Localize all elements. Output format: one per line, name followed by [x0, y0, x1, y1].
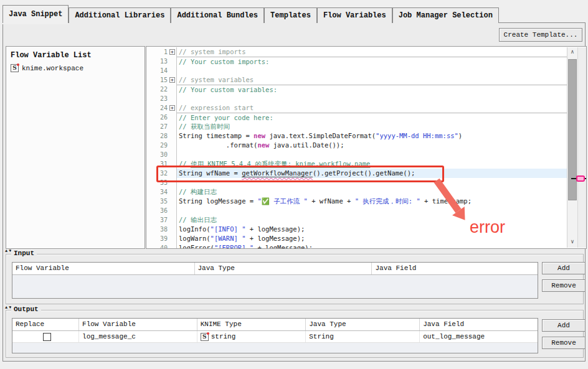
- tab-additional-bundles[interactable]: Additional Bundles: [171, 7, 264, 23]
- output-cell-java-field[interactable]: out_log_message: [420, 331, 538, 342]
- code-line-31[interactable]: 31// 使用 KNIME 5.4.4 的系统变量: knime.workflo…: [146, 159, 567, 169]
- code-line-24[interactable]: 24+// expression start: [146, 103, 567, 113]
- input-col-java-field[interactable]: Java Field: [372, 263, 538, 274]
- output-remove-button[interactable]: Remove: [542, 337, 586, 349]
- code-text[interactable]: // Your custom variables:: [177, 85, 567, 94]
- output-add-button[interactable]: Add: [542, 319, 586, 332]
- flow-variable-list-title: Flow Variable List: [6, 47, 145, 60]
- output-col-java-field[interactable]: Java Field: [420, 319, 538, 330]
- fold-icon[interactable]: +: [169, 49, 175, 55]
- code-text[interactable]: // 获取当前时间: [177, 122, 567, 131]
- code-line-1[interactable]: 1+// system imports: [146, 47, 567, 57]
- splitter-editor-input[interactable]: ▲▼: [4, 249, 585, 253]
- line-number: 24: [160, 103, 168, 113]
- flow-variable-item[interactable]: S knime.workspace: [6, 60, 145, 72]
- code-text[interactable]: // system variables: [177, 75, 567, 85]
- code-text[interactable]: // 使用 KNIME 5.4.4 的系统变量: knime.workflow.…: [177, 159, 567, 169]
- input-remove-button[interactable]: Remove: [542, 279, 586, 292]
- output-table[interactable]: Replace Flow Variable KNIME Type Java Ty…: [12, 318, 538, 353]
- line-number: 26: [160, 113, 168, 122]
- output-col-flow-variable[interactable]: Flow Variable: [79, 319, 197, 330]
- input-add-button[interactable]: Add: [542, 262, 586, 274]
- code-text[interactable]: [177, 66, 567, 75]
- code-text[interactable]: // Enter your code here:: [177, 113, 567, 122]
- code-text[interactable]: [177, 206, 567, 215]
- output-cell-java-type[interactable]: String: [306, 331, 420, 342]
- fold-spacer: [169, 217, 175, 223]
- output-cell-flow-variable[interactable]: log_message_c: [79, 331, 197, 342]
- code-text[interactable]: String logMessage = "✅ 子工作流 " + wfName +…: [177, 197, 567, 206]
- error-overview-ruler[interactable]: [577, 47, 586, 248]
- code-line-40[interactable]: 40logError("[ERROR] " + logMessage);: [146, 243, 567, 248]
- output-col-knime-type[interactable]: KNIME Type: [197, 319, 306, 330]
- code-line-22[interactable]: 22// Your custom variables:: [146, 85, 567, 94]
- code-line-36[interactable]: 36: [146, 206, 567, 215]
- fold-spacer: [169, 124, 175, 129]
- gutter-cell: 39: [146, 234, 177, 243]
- code-text[interactable]: logWarn("[WARN] " + logMessage);: [177, 234, 567, 243]
- tab-job-manager-selection[interactable]: Job Manager Selection: [392, 7, 499, 23]
- input-col-java-type[interactable]: Java Type: [195, 263, 372, 274]
- code-line-30[interactable]: 30: [146, 150, 567, 159]
- replace-checkbox[interactable]: [43, 333, 51, 341]
- gutter-cell: 36: [146, 206, 177, 215]
- code-text[interactable]: String timestamp = new java.text.SimpleD…: [177, 131, 567, 141]
- fold-icon[interactable]: +: [169, 77, 175, 83]
- output-group: Output Replace Flow Variable KNIME Type …: [6, 310, 584, 358]
- fold-icon[interactable]: +: [169, 105, 175, 111]
- fold-spacer: [169, 68, 175, 73]
- error-marker-icon[interactable]: [576, 175, 585, 182]
- gutter-cell: 37: [146, 215, 177, 225]
- scroll-up-icon[interactable]: ∧: [567, 47, 577, 58]
- code-line-29[interactable]: 29 .format(new java.util.Date());: [146, 141, 567, 150]
- gutter-cell: 15+: [146, 75, 177, 85]
- code-line-35[interactable]: 35String logMessage = "✅ 子工作流 " + wfName…: [146, 197, 567, 206]
- input-table[interactable]: Flow Variable Java Type Java Field: [12, 262, 538, 299]
- input-table-body[interactable]: [12, 275, 538, 298]
- code-line-27[interactable]: 27// 获取当前时间: [146, 122, 567, 131]
- code-line-14[interactable]: 14: [146, 66, 567, 75]
- code-text[interactable]: logError("[ERROR] " + logMessage);: [177, 243, 567, 248]
- editor-vertical-scrollbar[interactable]: ∧ ∨: [567, 47, 577, 248]
- code-line-15[interactable]: 15+// system variables: [146, 75, 567, 85]
- code-line-23[interactable]: 23: [146, 94, 567, 103]
- code-line-28[interactable]: 28String timestamp = new java.text.Simpl…: [146, 131, 567, 141]
- splitter-input-output[interactable]: ▲▼: [4, 306, 585, 310]
- gutter-cell: 29: [146, 141, 177, 150]
- output-col-replace[interactable]: Replace: [12, 319, 79, 330]
- tab-flow-variables[interactable]: Flow Variables: [317, 7, 392, 23]
- fold-spacer: [169, 152, 175, 157]
- input-col-flow-variable[interactable]: Flow Variable: [12, 263, 195, 274]
- code-line-26[interactable]: 26// Enter your code here:: [146, 113, 567, 122]
- output-cell-knime-type[interactable]: S string: [197, 331, 306, 342]
- output-table-row[interactable]: log_message_c S string String out_log_me…: [12, 331, 538, 343]
- fold-spacer: [169, 161, 175, 167]
- code-text[interactable]: String wfName = getWorkflowManager().get…: [177, 169, 567, 178]
- code-text[interactable]: // 构建日志: [177, 187, 567, 197]
- fold-spacer: [169, 86, 175, 92]
- tab-java-snippet[interactable]: Java Snippet: [2, 5, 69, 23]
- fold-spacer: [169, 142, 175, 148]
- code-text[interactable]: // 输出日志: [177, 215, 567, 225]
- code-text[interactable]: [177, 94, 567, 103]
- code-line-32[interactable]: 32String wfName = getWorkflowManager().g…: [146, 169, 567, 178]
- code-line-33[interactable]: 33: [146, 178, 567, 187]
- code-text[interactable]: [177, 150, 567, 159]
- output-col-java-type[interactable]: Java Type: [306, 319, 420, 330]
- tab-bar: Java SnippetAdditional LibrariesAddition…: [2, 5, 499, 23]
- line-number: 27: [160, 122, 168, 131]
- tab-additional-libraries[interactable]: Additional Libraries: [69, 7, 171, 23]
- code-text[interactable]: // Your custom imports:: [177, 57, 567, 66]
- code-editor[interactable]: 1+// system imports13// Your custom impo…: [146, 46, 587, 249]
- gutter-cell: 30: [146, 150, 177, 159]
- tab-templates[interactable]: Templates: [264, 7, 317, 23]
- code-text[interactable]: logInfo("[INFO] " + logMessage);: [177, 225, 567, 234]
- scroll-down-icon[interactable]: ∨: [567, 237, 577, 248]
- code-text[interactable]: // system imports: [177, 47, 567, 57]
- create-template-button[interactable]: Create Template...: [499, 28, 582, 42]
- code-line-34[interactable]: 34// 构建日志: [146, 187, 567, 197]
- code-text[interactable]: // expression start: [177, 103, 567, 113]
- code-line-13[interactable]: 13// Your custom imports:: [146, 57, 567, 66]
- code-text[interactable]: .format(new java.util.Date());: [177, 141, 567, 150]
- code-text[interactable]: [177, 178, 567, 187]
